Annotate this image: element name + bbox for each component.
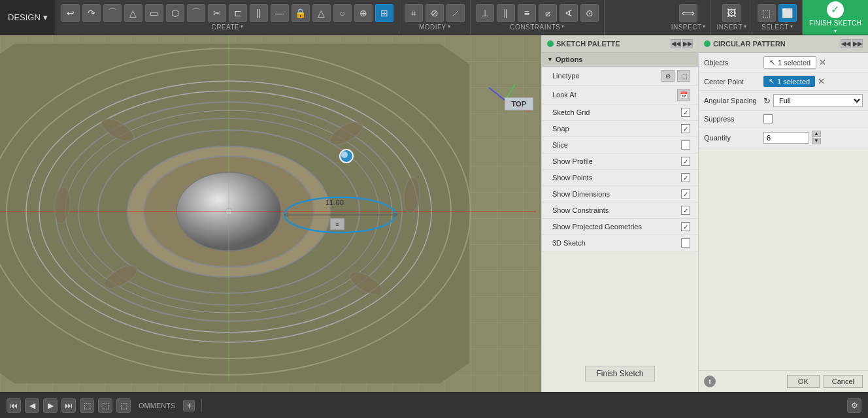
view-btn-2[interactable]: ⬚ [98, 398, 112, 413]
play-forward-btn[interactable]: ▶ [43, 398, 58, 413]
options-section-header[interactable]: ▼ Options [542, 53, 698, 67]
pattern-icon[interactable]: ⊞ [375, 4, 393, 22]
create-icons: ↩ ↷ ⌒ △ ▭ ⬡ ⌒ ✂ ⊏ || — 🔒 △ ○ ⊕ ⊞ [61, 4, 393, 22]
show-constraints-checkbox[interactable] [681, 206, 690, 215]
finish-sketch-panel-button[interactable]: Finish Sketch [585, 366, 654, 381]
viewport[interactable]: 11.00 ≡ [0, 35, 541, 392]
svg-point-26 [341, 152, 348, 158]
objects-selected-text: 1 selected [778, 59, 810, 67]
snap-checkbox[interactable] [681, 124, 690, 133]
angular-spacing-select[interactable]: Full Fitted [773, 94, 863, 107]
linetype-icon-1[interactable]: ⊘ [661, 70, 675, 82]
play-back-btn[interactable]: ◀ [25, 398, 39, 413]
settings-button[interactable]: ⚙ [847, 398, 861, 413]
constraint-icon-4[interactable]: ⌀ [539, 4, 557, 22]
view-btn-3[interactable]: ⬚ [116, 398, 131, 413]
constraints-chevron-icon: ▾ [561, 24, 564, 29]
show-points-checkbox[interactable] [681, 173, 690, 182]
mirror-icon[interactable]: || [250, 4, 268, 22]
constraints-label-btn[interactable]: CONSTRAINTS ▾ [510, 22, 564, 31]
snap-controls [681, 124, 690, 133]
lock-icon[interactable]: 🔒 [292, 4, 310, 22]
constraint-icon-2[interactable]: ∥ [497, 4, 515, 22]
quantity-decrement-btn[interactable]: ▼ [812, 138, 821, 144]
center-point-clear-button[interactable]: ✕ [818, 76, 825, 86]
inspect-icon-1[interactable]: ⟺ [679, 4, 697, 22]
create-label-btn[interactable]: CREATE ▾ [211, 22, 243, 31]
insert-label: INSERT [716, 24, 743, 31]
center-point-input-area: ↖ 1 selected ✕ [763, 76, 863, 87]
finish-sketch-panel-container: Finish Sketch [542, 355, 698, 392]
add-button[interactable]: + [183, 400, 195, 411]
suppress-checkbox[interactable] [763, 114, 773, 123]
show-profile-checkbox[interactable] [681, 157, 690, 166]
constraint-icon-5[interactable]: ∢ [559, 4, 578, 22]
constraint-icon-1[interactable]: ⊥ [476, 4, 494, 22]
design-menu-button[interactable]: DESIGN ▾ [0, 0, 56, 35]
circle-icon[interactable]: ○ [333, 4, 352, 22]
insert-label-btn[interactable]: INSERT ▾ [716, 22, 746, 31]
panel-expand-buttons: ◀◀ ▶▶ [671, 39, 693, 48]
constraint-icon-6[interactable]: ⊙ [580, 4, 599, 22]
show-projected-checkbox[interactable] [681, 222, 690, 231]
cancel-button[interactable]: Cancel [824, 375, 863, 388]
center-point-selected-badge[interactable]: ↖ 1 selected [763, 76, 815, 87]
panel-expand-right-btn[interactable]: ▶▶ [682, 39, 693, 48]
arc-icon[interactable]: ⌒ [103, 4, 122, 22]
point-icon[interactable]: ⊕ [354, 4, 373, 22]
redo-icon[interactable]: ↷ [82, 4, 101, 22]
3d-sketch-row: 3D Sketch [542, 235, 698, 251]
insert-icon-1[interactable]: 🖼 [722, 4, 741, 22]
select-label: SELECT [761, 24, 789, 31]
objects-input-area: ↖ 1 selected ✕ [763, 56, 863, 69]
show-constraints-controls [681, 206, 690, 215]
polygon-icon[interactable]: ⬡ [166, 4, 184, 22]
look-at-icon[interactable]: 📅 [677, 89, 690, 101]
modify-icon-1[interactable]: ⌗ [405, 4, 423, 22]
spline-icon[interactable]: ⌒ [187, 4, 205, 22]
modify-label-btn[interactable]: MODIFY ▾ [419, 22, 450, 31]
modify-icon-2[interactable]: ⊘ [426, 4, 444, 22]
sketch-grid-checkbox[interactable] [681, 108, 690, 117]
undo-icon[interactable]: ↩ [61, 4, 80, 22]
triangle-icon[interactable]: △ [124, 4, 142, 22]
objects-clear-button[interactable]: ✕ [819, 57, 826, 67]
view-btn-1[interactable]: ⬚ [80, 398, 94, 413]
select-icon-1[interactable]: ⬚ [758, 4, 776, 22]
quantity-label: Quantity [704, 134, 760, 142]
objects-selected-badge[interactable]: ↖ 1 selected [763, 56, 816, 69]
ok-button[interactable]: OK [787, 375, 820, 388]
center-point-label: Center Point [704, 78, 760, 86]
inspect-label-btn[interactable]: INSPECT ▾ [671, 22, 706, 31]
select-chevron-icon: ▾ [790, 24, 793, 29]
constraint-icon-3[interactable]: ≡ [518, 4, 536, 22]
options-label: Options [556, 56, 583, 63]
comments-tab[interactable]: OMMENTS [135, 400, 179, 411]
look-at-label: Look At [552, 91, 576, 99]
right-panels: SKETCH PALETTE ◀◀ ▶▶ ▼ Options Linetype … [541, 35, 868, 392]
scissors-icon[interactable]: ✂ [208, 4, 226, 22]
objects-row: Objects ↖ 1 selected ✕ [699, 53, 868, 72]
slice-controls [681, 140, 690, 150]
constraints-label: CONSTRAINTS [510, 24, 560, 31]
quantity-increment-btn[interactable]: ▲ [812, 131, 821, 137]
slice-checkbox[interactable] [681, 140, 690, 150]
select-label-btn[interactable]: SELECT ▾ [761, 22, 793, 31]
play-begin-btn[interactable]: ⏮ [7, 398, 21, 413]
cp-expand-left-btn[interactable]: ◀◀ [841, 39, 851, 48]
show-dimensions-checkbox[interactable] [681, 189, 690, 199]
finish-sketch-button[interactable]: ✓ FINISH SKETCH ▾ [803, 0, 868, 35]
look-at-controls: 📅 [677, 89, 690, 101]
line-icon[interactable]: — [271, 4, 289, 22]
sketch-triangle-icon[interactable]: △ [312, 4, 331, 22]
cp-expand-right-btn[interactable]: ▶▶ [852, 39, 863, 48]
offset-icon[interactable]: ⊏ [229, 4, 247, 22]
quantity-input[interactable] [763, 132, 809, 144]
select-icon-2[interactable]: ⬜ [778, 4, 797, 22]
rect-icon[interactable]: ▭ [145, 4, 163, 22]
3d-sketch-checkbox[interactable] [681, 238, 690, 248]
play-end-btn[interactable]: ⏭ [61, 398, 76, 413]
panel-expand-left-btn[interactable]: ◀◀ [671, 39, 681, 48]
linetype-icon-2[interactable]: ⬚ [677, 70, 690, 82]
modify-icon-3[interactable]: ⟋ [446, 4, 465, 22]
